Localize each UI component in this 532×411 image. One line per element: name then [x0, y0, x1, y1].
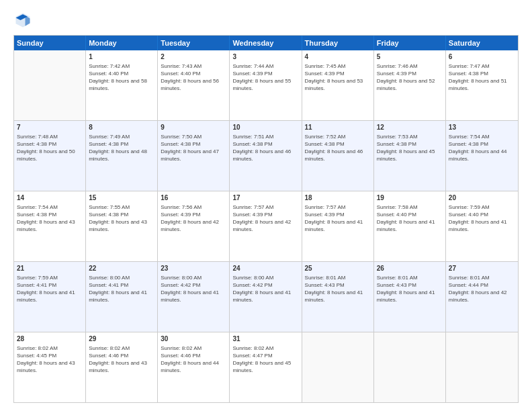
cell-info: Sunrise: 7:58 AMSunset: 4:40 PMDaylight:… [377, 203, 443, 234]
day-number: 31 [232, 334, 298, 344]
calendar-cell: 10Sunrise: 7:51 AMSunset: 4:38 PMDayligh… [230, 121, 302, 191]
cell-info: Sunrise: 7:51 AMSunset: 4:38 PMDaylight:… [232, 133, 298, 163]
calendar-row-2: 14Sunrise: 7:54 AMSunset: 4:38 PMDayligh… [14, 191, 518, 261]
cell-info: Sunrise: 7:54 AMSunset: 4:38 PMDaylight:… [17, 203, 83, 234]
header-day-tuesday: Tuesday [158, 36, 230, 50]
cell-info: Sunrise: 7:59 AMSunset: 4:40 PMDaylight:… [449, 203, 515, 234]
day-number: 5 [377, 52, 443, 62]
day-number: 20 [449, 193, 515, 203]
cell-info: Sunrise: 8:01 AMSunset: 4:43 PMDaylight:… [305, 274, 371, 304]
calendar-cell: 24Sunrise: 8:00 AMSunset: 4:42 PMDayligh… [230, 262, 302, 332]
day-number: 16 [161, 193, 226, 203]
calendar-cell: 12Sunrise: 7:53 AMSunset: 4:38 PMDayligh… [374, 121, 446, 191]
calendar-cell: 13Sunrise: 7:54 AMSunset: 4:38 PMDayligh… [446, 121, 518, 191]
cell-info: Sunrise: 8:00 AMSunset: 4:42 PMDaylight:… [161, 274, 226, 304]
day-number: 4 [305, 52, 371, 62]
calendar-cell: 23Sunrise: 8:00 AMSunset: 4:42 PMDayligh… [158, 262, 230, 332]
day-number: 22 [89, 264, 154, 273]
cell-info: Sunrise: 7:47 AMSunset: 4:38 PMDaylight:… [449, 62, 515, 93]
calendar: SundayMondayTuesdayWednesdayThursdayFrid… [13, 35, 519, 403]
cell-info: Sunrise: 7:53 AMSunset: 4:38 PMDaylight:… [377, 133, 443, 163]
day-number: 1 [89, 52, 154, 62]
cell-info: Sunrise: 8:01 AMSunset: 4:43 PMDaylight:… [377, 274, 443, 304]
cell-info: Sunrise: 7:49 AMSunset: 4:38 PMDaylight:… [89, 133, 154, 163]
calendar-cell: 22Sunrise: 8:00 AMSunset: 4:41 PMDayligh… [86, 262, 158, 332]
day-number: 15 [89, 193, 154, 203]
cell-info: Sunrise: 7:57 AMSunset: 4:39 PMDaylight:… [232, 203, 298, 234]
day-number: 7 [17, 123, 83, 132]
calendar-cell: 14Sunrise: 7:54 AMSunset: 4:38 PMDayligh… [14, 191, 86, 261]
day-number: 19 [377, 193, 443, 203]
calendar-cell: 25Sunrise: 8:01 AMSunset: 4:43 PMDayligh… [302, 262, 374, 332]
calendar-header: SundayMondayTuesdayWednesdayThursdayFrid… [14, 36, 518, 50]
day-number: 25 [305, 264, 371, 273]
calendar-cell: 26Sunrise: 8:01 AMSunset: 4:43 PMDayligh… [374, 262, 446, 332]
cell-info: Sunrise: 8:02 AMSunset: 4:47 PMDaylight:… [232, 345, 298, 375]
calendar-cell: 27Sunrise: 8:01 AMSunset: 4:44 PMDayligh… [446, 262, 518, 332]
day-number: 21 [17, 264, 83, 273]
calendar-row-0: 1Sunrise: 7:42 AMSunset: 4:40 PMDaylight… [14, 50, 518, 120]
calendar-cell: 3Sunrise: 7:44 AMSunset: 4:39 PMDaylight… [230, 50, 302, 120]
header-day-saturday: Saturday [446, 36, 518, 50]
header-day-sunday: Sunday [14, 36, 86, 50]
calendar-cell: 18Sunrise: 7:57 AMSunset: 4:39 PMDayligh… [302, 191, 374, 261]
calendar-cell: 21Sunrise: 7:59 AMSunset: 4:41 PMDayligh… [14, 262, 86, 332]
day-number: 30 [161, 334, 226, 344]
calendar-cell: 6Sunrise: 7:47 AMSunset: 4:38 PMDaylight… [446, 50, 518, 120]
calendar-cell: 29Sunrise: 8:02 AMSunset: 4:46 PMDayligh… [86, 332, 158, 402]
cell-info: Sunrise: 8:02 AMSunset: 4:45 PMDaylight:… [17, 345, 83, 375]
cell-info: Sunrise: 7:48 AMSunset: 4:38 PMDaylight:… [17, 133, 83, 163]
day-number: 10 [232, 123, 298, 132]
cell-info: Sunrise: 7:50 AMSunset: 4:38 PMDaylight:… [161, 133, 226, 163]
calendar-body: 1Sunrise: 7:42 AMSunset: 4:40 PMDaylight… [14, 50, 518, 402]
calendar-cell [374, 332, 446, 402]
calendar-cell: 4Sunrise: 7:45 AMSunset: 4:39 PMDaylight… [302, 50, 374, 120]
calendar-row-1: 7Sunrise: 7:48 AMSunset: 4:38 PMDaylight… [14, 120, 518, 191]
cell-info: Sunrise: 8:02 AMSunset: 4:46 PMDaylight:… [89, 345, 154, 375]
day-number: 2 [161, 52, 226, 62]
calendar-cell: 17Sunrise: 7:57 AMSunset: 4:39 PMDayligh… [230, 191, 302, 261]
page: SundayMondayTuesdayWednesdayThursdayFrid… [0, 0, 532, 411]
calendar-cell [302, 332, 374, 402]
day-number: 13 [449, 123, 515, 132]
day-number: 3 [232, 52, 298, 62]
day-number: 29 [89, 334, 154, 344]
calendar-cell: 7Sunrise: 7:48 AMSunset: 4:38 PMDaylight… [14, 121, 86, 191]
day-number: 11 [305, 123, 371, 132]
calendar-cell: 11Sunrise: 7:52 AMSunset: 4:38 PMDayligh… [302, 121, 374, 191]
calendar-cell: 20Sunrise: 7:59 AMSunset: 4:40 PMDayligh… [446, 191, 518, 261]
calendar-cell: 2Sunrise: 7:43 AMSunset: 4:40 PMDaylight… [158, 50, 230, 120]
day-number: 14 [17, 193, 83, 203]
cell-info: Sunrise: 7:52 AMSunset: 4:38 PMDaylight:… [305, 133, 371, 163]
cell-info: Sunrise: 7:43 AMSunset: 4:40 PMDaylight:… [161, 62, 226, 93]
calendar-cell: 30Sunrise: 8:02 AMSunset: 4:46 PMDayligh… [158, 332, 230, 402]
day-number: 27 [449, 264, 515, 273]
calendar-cell: 15Sunrise: 7:55 AMSunset: 4:38 PMDayligh… [86, 191, 158, 261]
day-number: 17 [232, 193, 298, 203]
cell-info: Sunrise: 7:55 AMSunset: 4:38 PMDaylight:… [89, 203, 154, 234]
day-number: 6 [449, 52, 515, 62]
cell-info: Sunrise: 7:46 AMSunset: 4:39 PMDaylight:… [377, 62, 443, 93]
cell-info: Sunrise: 7:57 AMSunset: 4:39 PMDaylight:… [305, 203, 371, 234]
calendar-cell: 31Sunrise: 8:02 AMSunset: 4:47 PMDayligh… [230, 332, 302, 402]
cell-info: Sunrise: 7:42 AMSunset: 4:40 PMDaylight:… [89, 62, 154, 93]
header-day-thursday: Thursday [302, 36, 374, 50]
day-number: 23 [161, 264, 226, 273]
cell-info: Sunrise: 7:54 AMSunset: 4:38 PMDaylight:… [449, 133, 515, 163]
header [13, 11, 519, 30]
cell-info: Sunrise: 8:00 AMSunset: 4:41 PMDaylight:… [89, 274, 154, 304]
logo-icon [13, 11, 32, 30]
calendar-cell [14, 50, 86, 120]
day-number: 26 [377, 264, 443, 273]
cell-info: Sunrise: 7:44 AMSunset: 4:39 PMDaylight:… [232, 62, 298, 93]
header-day-monday: Monday [86, 36, 158, 50]
header-day-friday: Friday [374, 36, 446, 50]
day-number: 28 [17, 334, 83, 344]
cell-info: Sunrise: 7:56 AMSunset: 4:39 PMDaylight:… [161, 203, 226, 234]
logo [13, 11, 35, 30]
day-number: 18 [305, 193, 371, 203]
day-number: 9 [161, 123, 226, 132]
day-number: 24 [232, 264, 298, 273]
header-day-wednesday: Wednesday [230, 36, 302, 50]
calendar-cell: 8Sunrise: 7:49 AMSunset: 4:38 PMDaylight… [86, 121, 158, 191]
